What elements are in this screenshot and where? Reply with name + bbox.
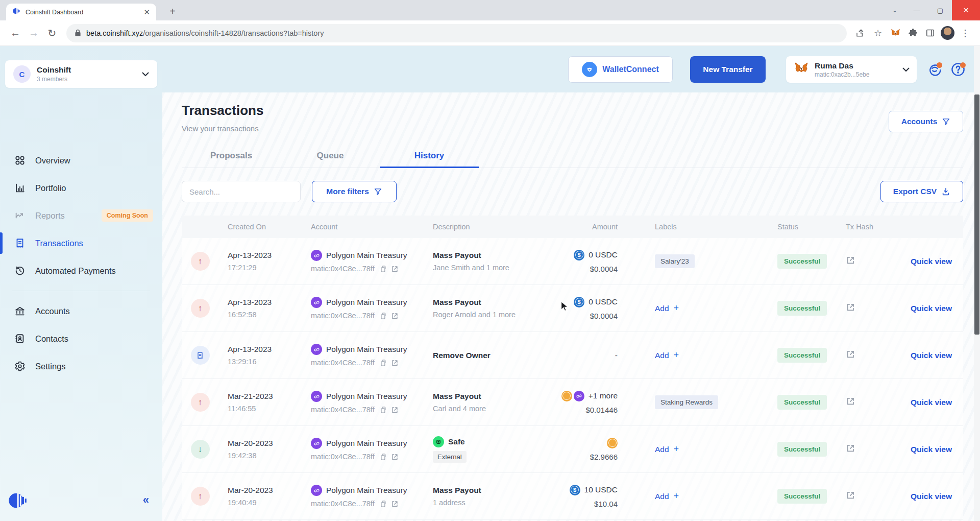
side-panel-icon[interactable] bbox=[921, 25, 939, 42]
tab-bar: Proposals Queue History bbox=[182, 144, 963, 168]
sidebar-item-reports[interactable]: Reports Coming Soon bbox=[0, 202, 162, 229]
quick-view-link[interactable]: Quick view bbox=[911, 398, 952, 407]
quick-view-link[interactable]: Quick view bbox=[911, 257, 952, 266]
copy-icon[interactable] bbox=[379, 500, 386, 508]
trend-icon bbox=[14, 209, 26, 222]
metamask-extension-icon[interactable] bbox=[887, 25, 904, 42]
sidebar-item-overview[interactable]: Overview bbox=[0, 147, 162, 174]
close-button[interactable]: ✕ bbox=[952, 0, 980, 20]
table-row[interactable]: ↑Apr-13-202316:52:58Polygon Main Treasur… bbox=[182, 285, 963, 332]
sidebar-item-accounts[interactable]: Accounts bbox=[0, 297, 162, 325]
add-label-button[interactable]: Add+ bbox=[655, 444, 679, 455]
account-address: matic:0x4C8e...78ff bbox=[311, 500, 375, 508]
sidebar-item-portfolio[interactable]: Portfolio bbox=[0, 174, 162, 202]
quick-view-link[interactable]: Quick view bbox=[911, 492, 952, 501]
account-external-link-icon[interactable] bbox=[391, 453, 399, 461]
copy-icon[interactable] bbox=[379, 406, 386, 414]
chevron-down-icon bbox=[902, 65, 910, 74]
walletconnect-label: WalletConnect bbox=[602, 65, 659, 74]
help-icon[interactable] bbox=[950, 62, 967, 78]
browser-profile-avatar[interactable] bbox=[941, 26, 954, 40]
quick-view-link[interactable]: Quick view bbox=[911, 445, 952, 454]
description-title: Safe bbox=[448, 437, 465, 446]
tx-external-link-icon[interactable] bbox=[846, 302, 855, 312]
account-external-link-icon[interactable] bbox=[391, 312, 399, 320]
search-input[interactable] bbox=[182, 181, 301, 202]
copy-icon[interactable] bbox=[379, 359, 386, 367]
quick-view-link[interactable]: Quick view bbox=[911, 351, 952, 360]
accounts-filter-button[interactable]: Accounts bbox=[889, 111, 963, 132]
back-icon[interactable]: ← bbox=[6, 24, 24, 42]
forward-icon[interactable]: → bbox=[24, 24, 43, 42]
account-external-link-icon[interactable] bbox=[391, 265, 399, 273]
tx-external-link-icon[interactable] bbox=[846, 349, 855, 359]
table-row[interactable]: Apr-13-202313:29:16Polygon Main Treasury… bbox=[182, 332, 963, 379]
orange-coin-icon bbox=[561, 391, 572, 401]
copy-icon[interactable] bbox=[379, 312, 386, 320]
table-row[interactable]: ↑Apr-13-202317:21:29Polygon Main Treasur… bbox=[182, 238, 963, 285]
new-transfer-button[interactable]: New Transfer bbox=[690, 56, 766, 83]
status-badge: Successful bbox=[777, 348, 827, 363]
walletconnect-button[interactable]: WalletConnect bbox=[568, 56, 673, 83]
tx-external-link-icon[interactable] bbox=[846, 255, 855, 265]
table-row[interactable]: ↑Mar-20-202319:40:49Polygon Main Treasur… bbox=[182, 473, 963, 520]
tab-proposals[interactable]: Proposals bbox=[182, 144, 281, 168]
add-label-button[interactable]: Add+ bbox=[655, 491, 679, 502]
maximize-button[interactable]: ▢ bbox=[928, 0, 952, 20]
outgoing-icon: ↑ bbox=[191, 393, 210, 412]
tab-search-icon[interactable]: ⌄ bbox=[885, 0, 905, 20]
page-scrollbar[interactable] bbox=[974, 46, 980, 521]
new-tab-button[interactable]: + bbox=[165, 4, 180, 18]
bookmark-star-icon[interactable]: ☆ bbox=[869, 25, 887, 42]
tab-close-icon[interactable]: ✕ bbox=[143, 8, 150, 16]
browser-tab[interactable]: Coinshift Dashboard ✕ bbox=[6, 4, 156, 20]
account-external-link-icon[interactable] bbox=[391, 359, 399, 367]
polygon-network-icon bbox=[311, 250, 322, 261]
description-subtitle: Carl and 4 more bbox=[433, 405, 546, 413]
copy-icon[interactable] bbox=[379, 265, 386, 273]
sidebar-item-transactions[interactable]: Transactions bbox=[0, 229, 162, 257]
chevron-down-icon bbox=[142, 69, 149, 79]
minimize-button[interactable]: — bbox=[905, 0, 928, 20]
account-external-link-icon[interactable] bbox=[391, 500, 399, 508]
export-csv-button[interactable]: Export CSV bbox=[880, 181, 963, 202]
reload-icon[interactable]: ↻ bbox=[43, 24, 61, 42]
browser-menu-icon[interactable]: ⋮ bbox=[957, 25, 974, 42]
user-name: Ruma Das bbox=[815, 61, 897, 70]
copy-icon[interactable] bbox=[379, 453, 386, 461]
sidebar-item-contacts[interactable]: Contacts bbox=[0, 325, 162, 352]
extensions-puzzle-icon[interactable] bbox=[904, 25, 921, 42]
scrollbar-thumb[interactable] bbox=[974, 94, 979, 335]
share-icon[interactable] bbox=[852, 25, 869, 42]
quick-view-link[interactable]: Quick view bbox=[911, 304, 952, 313]
add-label-button[interactable]: Add+ bbox=[655, 350, 679, 361]
tx-external-link-icon[interactable] bbox=[846, 396, 855, 406]
add-label-button[interactable]: Add+ bbox=[655, 303, 679, 314]
polygon-network-icon bbox=[311, 344, 322, 355]
url-bar[interactable]: beta.coinshift.xyz/organisations/coinshi… bbox=[66, 24, 847, 42]
more-filters-button[interactable]: More filters bbox=[312, 181, 397, 202]
table-row[interactable]: ↑Mar-21-202311:46:55Polygon Main Treasur… bbox=[182, 379, 963, 426]
orange-coin-icon bbox=[607, 438, 618, 448]
created-date: Mar-20-2023 bbox=[228, 486, 302, 495]
table-row[interactable]: ↓Mar-20-202319:42:38Polygon Main Treasur… bbox=[182, 426, 963, 473]
org-selector[interactable]: C Coinshift 3 members bbox=[5, 60, 157, 88]
receipt-icon bbox=[14, 237, 26, 249]
support-chat-icon[interactable] bbox=[927, 62, 943, 78]
account-external-link-icon[interactable] bbox=[391, 406, 399, 414]
contract-receipt-icon bbox=[196, 351, 204, 360]
sidebar-collapse-icon[interactable]: « bbox=[143, 493, 149, 507]
amount-text: 0 USDC bbox=[589, 297, 618, 306]
account-name: Polygon Main Treasury bbox=[311, 391, 424, 402]
wallet-account-selector[interactable]: Ruma Das matic:0xac2b...5ebe bbox=[786, 56, 917, 83]
tx-external-link-icon[interactable] bbox=[846, 443, 855, 453]
tab-queue[interactable]: Queue bbox=[281, 144, 380, 168]
sidebar-item-settings[interactable]: Settings bbox=[0, 352, 162, 380]
page-title: Transactions bbox=[182, 103, 263, 119]
tx-external-link-icon[interactable] bbox=[846, 490, 855, 500]
sidebar-label: Automated Payments bbox=[35, 266, 116, 276]
active-indicator bbox=[0, 232, 3, 254]
tab-history[interactable]: History bbox=[380, 144, 479, 168]
sidebar-item-automated-payments[interactable]: Automated Payments bbox=[0, 257, 162, 285]
description-title: Remove Owner bbox=[433, 351, 491, 360]
